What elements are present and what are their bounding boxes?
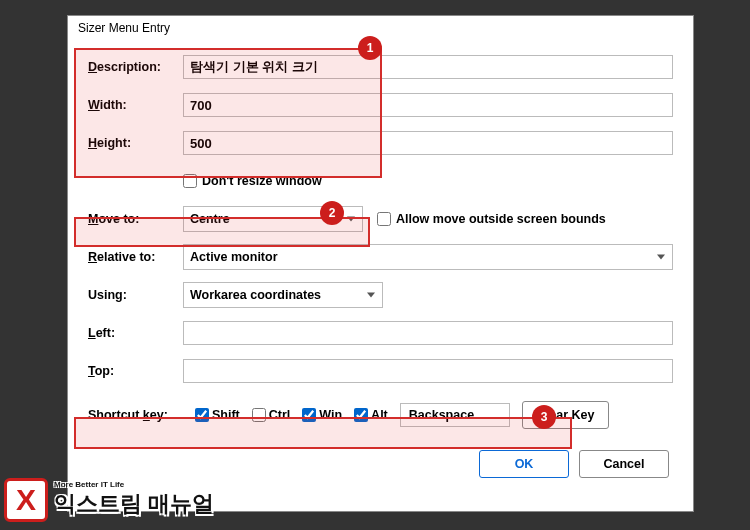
key-input[interactable] xyxy=(400,403,510,427)
win-checkbox[interactable]: Win xyxy=(302,408,342,422)
height-label: Height: xyxy=(88,136,183,150)
height-input[interactable] xyxy=(183,131,673,155)
relative-label: Relative to: xyxy=(88,250,183,264)
width-input[interactable] xyxy=(183,93,673,117)
relative-select[interactable]: Active monitor xyxy=(183,244,673,270)
ok-button[interactable]: OK xyxy=(479,450,569,478)
clear-key-button[interactable]: Clear Key xyxy=(522,401,610,429)
moveto-label: Move to: xyxy=(88,212,183,226)
logo-subtext: More Better IT Life xyxy=(54,480,214,489)
dont-resize-label: Don't resize window xyxy=(202,174,322,188)
description-label: DDescription:escription: xyxy=(88,60,183,74)
titlebar: Sizer Menu Entry xyxy=(68,16,693,40)
shortcut-label: Shortcut key: xyxy=(88,408,183,422)
using-label: Using: xyxy=(88,288,183,302)
dialog-window: Sizer Menu Entry DDescription:escription… xyxy=(67,15,694,512)
using-select[interactable]: Workarea coordinates xyxy=(183,282,383,308)
left-label: Left: xyxy=(88,326,183,340)
cancel-button[interactable]: Cancel xyxy=(579,450,669,478)
left-input[interactable] xyxy=(183,321,673,345)
dialog-content: DDescription:escription: Width: Height: … xyxy=(68,40,693,490)
ctrl-checkbox[interactable]: Ctrl xyxy=(252,408,291,422)
top-input[interactable] xyxy=(183,359,673,383)
dont-resize-checkbox[interactable]: Don't resize window xyxy=(183,174,322,188)
window-title: Sizer Menu Entry xyxy=(78,21,170,35)
allow-outside-label: Allow move outside screen bounds xyxy=(396,212,606,226)
watermark-logo: X More Better IT Life 익스트림 매뉴얼 xyxy=(4,478,214,522)
alt-checkbox[interactable]: Alt xyxy=(354,408,388,422)
logo-text: 익스트림 매뉴얼 xyxy=(54,489,214,519)
logo-icon: X xyxy=(4,478,48,522)
allow-outside-checkbox[interactable]: Allow move outside screen bounds xyxy=(377,212,606,226)
shift-checkbox[interactable]: Shift xyxy=(195,408,240,422)
description-input[interactable] xyxy=(183,55,673,79)
top-label: Top: xyxy=(88,364,183,378)
width-label: Width: xyxy=(88,98,183,112)
moveto-select[interactable]: Centre xyxy=(183,206,363,232)
